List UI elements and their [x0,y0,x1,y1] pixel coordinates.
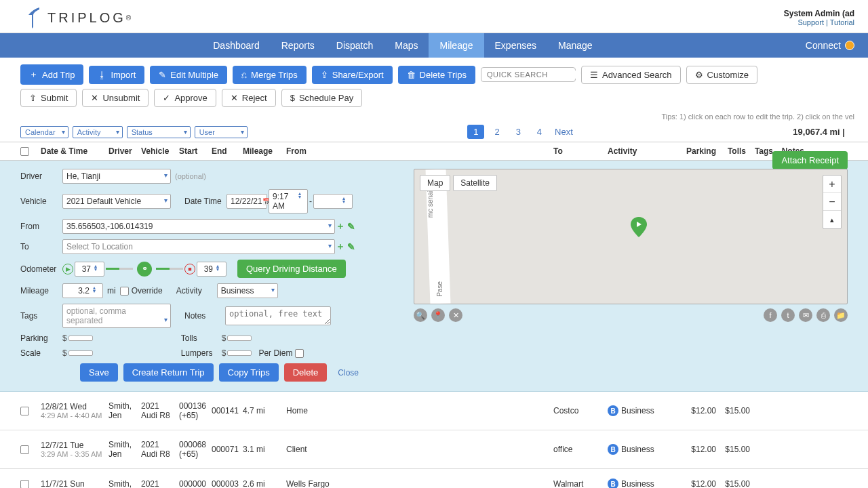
map-tools-icon[interactable]: ✕ [449,308,462,322]
nav-mileage[interactable]: Mileage [429,33,484,58]
scale-input[interactable] [68,350,93,356]
nav-dispatch[interactable]: Dispatch [326,33,384,58]
col-end[interactable]: End [212,146,243,156]
filter-activity[interactable]: Activity [73,126,123,138]
compass-icon[interactable]: ▴ [823,211,841,228]
col-date[interactable]: Date & Time [41,146,108,156]
trip-row[interactable]: 12/7/21 Tue3:29 AM - 3:35 AMSmith,Jen202… [0,430,868,469]
zoom-out-icon[interactable]: − [823,193,841,211]
col-tolls[interactable]: Tolls [716,146,746,156]
page-1[interactable]: 1 [467,125,484,139]
perdiem-checkbox[interactable] [295,349,304,358]
filter-row: Calendar Activity Status User 1 2 3 4 Ne… [0,122,868,142]
quick-search[interactable]: 🔍 [481,67,576,82]
submit-button[interactable]: ⇧Submit [20,89,77,107]
edit-from-icon[interactable]: ✎ [346,221,357,232]
nav-manage[interactable]: Manage [547,33,604,58]
override-checkbox[interactable] [120,287,129,296]
zoom-in-icon[interactable]: + [823,176,841,193]
email-icon[interactable]: ✉ [799,308,812,322]
filter-status[interactable]: Status [127,126,191,138]
import-button[interactable]: ⭳Import [89,66,144,84]
col-mileage[interactable]: Mileage [243,146,282,156]
save-button[interactable]: Save [80,363,118,382]
filter-user[interactable]: User [195,126,248,138]
edit-to-icon[interactable]: ✎ [346,241,357,252]
logo-icon [27,5,42,30]
parking-input[interactable] [68,336,93,341]
lumpers-input[interactable] [227,350,252,356]
add-to-icon[interactable]: ＋ [335,241,346,252]
nav-reports[interactable]: Reports [271,33,326,58]
create-return-button[interactable]: Create Return Trip [123,363,214,382]
print-icon[interactable]: ⎙ [816,308,830,322]
nav-expenses[interactable]: Expenses [484,33,547,58]
driver-select[interactable]: He, Tianji [62,169,171,184]
add-trip-button[interactable]: ＋Add Trip [20,64,83,85]
tutorial-link[interactable]: Tutorial [830,18,854,26]
col-tags[interactable]: Tags [746,146,773,156]
search-input[interactable] [487,70,580,79]
map-tab-map[interactable]: Map [420,175,450,191]
map[interactable]: mc senaida Pase Map Satellite + − ▴ [414,169,848,304]
from-select[interactable]: 35.656503,-106.014319 [62,219,335,234]
activity-select[interactable]: Business [217,283,278,298]
row-checkbox[interactable] [20,480,29,489]
folder-icon[interactable]: 📁 [834,308,848,322]
col-parking[interactable]: Parking [679,146,716,156]
mileage-input[interactable]: 3.2 [62,283,103,298]
add-from-icon[interactable]: ＋ [335,221,346,232]
vehicle-select[interactable]: 2021 Default Vehicle [62,194,171,209]
share-export-button[interactable]: ⇪Share/Export [312,66,393,84]
map-pin-tool-icon[interactable]: 📍 [431,308,445,322]
odo-link-icon[interactable]: ⚭ [137,262,152,277]
col-from[interactable]: From [282,146,553,156]
delete-button[interactable]: Delete [284,363,328,382]
edit-multiple-button[interactable]: ✎Edit Multiple [150,66,227,84]
odo-start-input[interactable]: 37 [75,262,104,277]
odo-end-input[interactable]: 39 [197,262,226,277]
customize-button[interactable]: ⚙Customize [686,66,757,84]
date-input[interactable]: 12/22/21📅 [226,194,267,209]
nav-dashboard[interactable]: Dashboard [202,33,271,58]
page-4[interactable]: 4 [531,125,548,139]
twitter-icon[interactable]: t [781,308,795,322]
query-distance-button[interactable]: Query Driving Distance [237,260,346,278]
time-end-input[interactable] [313,194,353,209]
close-link[interactable]: Close [338,368,359,378]
row-checkbox[interactable] [20,445,29,454]
merge-trips-button[interactable]: ⎌Merge Trips [233,66,307,84]
nav-maps[interactable]: Maps [384,33,429,58]
map-tab-satellite[interactable]: Satellite [453,175,497,191]
col-driver[interactable]: Driver [108,146,141,156]
select-all-checkbox[interactable] [20,147,29,156]
schedule-pay-button[interactable]: $Schedule Pay [281,89,362,107]
facebook-icon[interactable]: f [764,308,777,322]
notes-input[interactable] [225,306,331,325]
page-2[interactable]: 2 [488,125,505,139]
time-start-input[interactable]: 9:17 AM [269,189,308,214]
col-to[interactable]: To [553,146,608,156]
reject-button[interactable]: ✕Reject [222,89,276,107]
tags-input[interactable]: optional, comma separated [62,304,171,328]
map-search-icon[interactable]: 🔍 [414,308,427,322]
trip-row[interactable]: 11/7/21 SunSmith,20210000000000032.6 miW… [0,469,868,488]
delete-trips-button[interactable]: 🗑Delete Trips [398,66,475,84]
attach-receipt-button[interactable]: Attach Receipt [772,151,848,169]
row-checkbox[interactable] [20,407,29,415]
page-next[interactable]: Next [555,127,573,137]
support-link[interactable]: Support [797,18,824,26]
filter-calendar[interactable]: Calendar [20,126,68,138]
tolls-input[interactable] [227,336,252,341]
connect-button[interactable]: Connect [806,40,854,51]
advanced-search-button[interactable]: ☰Advanced Search [581,66,681,84]
col-vehicle[interactable]: Vehicle [141,146,179,156]
unsubmit-button[interactable]: ✕Unsubmit [82,89,149,107]
col-start[interactable]: Start [179,146,212,156]
to-select[interactable]: Select To Location [62,239,335,254]
trip-row[interactable]: 12/8/21 Wed4:29 AM - 4:40 AMSmith,Jen202… [0,392,868,430]
copy-trips-button[interactable]: Copy Trips [219,363,279,382]
approve-button[interactable]: ✓Approve [154,89,216,107]
page-3[interactable]: 3 [510,125,527,139]
col-activity[interactable]: Activity [608,146,679,156]
